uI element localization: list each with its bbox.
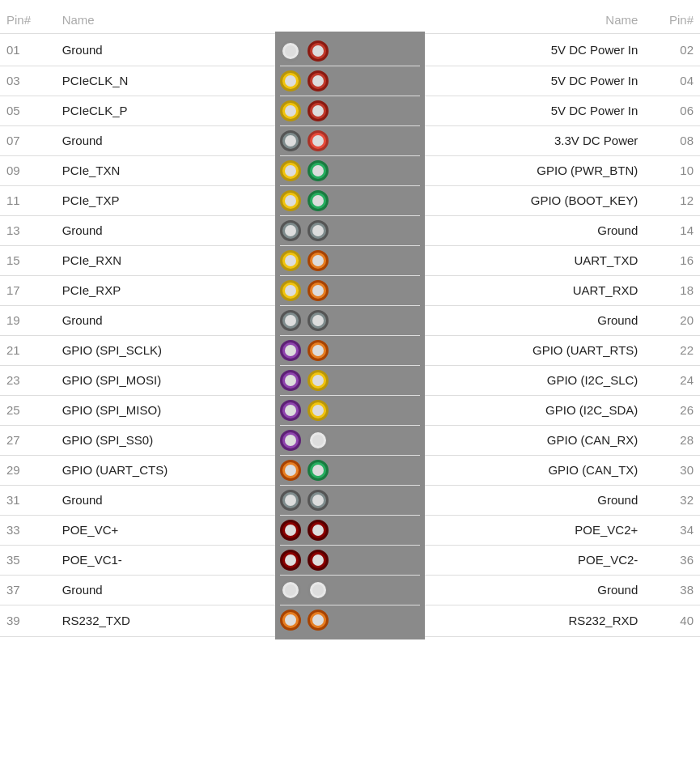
header-name-left: Name (56, 8, 278, 34)
pin-name-right: 5V DC Power In (422, 66, 645, 96)
pin-circle-right (308, 370, 329, 391)
connector-cell (278, 305, 422, 335)
pin-name-left: GPIO (SPI_SCLK) (56, 335, 278, 365)
pin-name-left: POE_VC1- (56, 545, 278, 575)
pin-number-right: 04 (644, 66, 700, 96)
pin-name-right: 3.3V DC Power (422, 125, 645, 155)
pin-name-left: GPIO (SPI_SS0) (56, 425, 278, 455)
pin-name-left: PCIe_RXN (56, 245, 278, 275)
pin-circle-right (308, 340, 329, 361)
table-row: 01Ground5V DC Power In02 (0, 34, 700, 66)
pin-number-left: 19 (0, 305, 56, 335)
pin-name-left: POE_VC+ (56, 515, 278, 545)
pin-name-left: PCIe_TXN (56, 155, 278, 185)
connector-cell (278, 215, 422, 245)
pin-number-right: 10 (644, 155, 700, 185)
table-row: 37GroundGround38 (0, 575, 700, 605)
pin-circle-right (308, 220, 329, 241)
pin-circle-left (280, 280, 301, 301)
table-row: 13GroundGround14 (0, 215, 700, 245)
pin-number-left: 11 (0, 185, 56, 215)
header-name-right: Name (422, 8, 645, 34)
connector-cell (278, 425, 422, 455)
pin-circle-left (280, 190, 301, 211)
main-container: Pin# Name Name Pin# 01Ground5V DC Power … (0, 0, 700, 648)
table-row: 19GroundGround20 (0, 305, 700, 335)
pin-number-right: 16 (644, 245, 700, 275)
table-row: 09PCIe_TXNGPIO (PWR_BTN)10 (0, 155, 700, 185)
pin-circle-right (308, 550, 329, 571)
pin-number-left: 29 (0, 455, 56, 485)
pin-number-left: 09 (0, 155, 56, 185)
table-row: 29GPIO (UART_CTS)GPIO (CAN_TX)30 (0, 455, 700, 485)
pin-number-left: 27 (0, 425, 56, 455)
table-row: 21GPIO (SPI_SCLK)GPIO (UART_RTS)22 (0, 335, 700, 365)
connector-cell (278, 275, 422, 305)
pin-name-right: GPIO (PWR_BTN) (422, 155, 645, 185)
pin-circle-right (308, 310, 329, 331)
pin-circle-right (308, 520, 329, 541)
header-row: Pin# Name Name Pin# (0, 8, 700, 34)
pin-circle-right (308, 430, 329, 451)
pin-number-left: 33 (0, 515, 56, 545)
pin-circle-left (280, 400, 301, 421)
pin-circle-right (308, 610, 329, 631)
pin-number-left: 03 (0, 66, 56, 96)
pin-name-left: PCIe_TXP (56, 185, 278, 215)
pin-name-left: PCIeCLK_N (56, 66, 278, 96)
pin-circle-right (308, 40, 329, 62)
pin-number-right: 38 (644, 575, 700, 605)
table-row: 15PCIe_RXNUART_TXD16 (0, 245, 700, 275)
pin-name-right: UART_RXD (422, 275, 645, 305)
pin-name-left: Ground (56, 215, 278, 245)
pin-number-left: 01 (0, 34, 56, 66)
connector-cell (278, 185, 422, 215)
table-row: 07Ground3.3V DC Power08 (0, 125, 700, 155)
pin-circle-right (308, 130, 329, 151)
pin-name-left: GPIO (SPI_MISO) (56, 395, 278, 425)
pin-circle-right (308, 250, 329, 271)
pin-number-left: 37 (0, 575, 56, 605)
pin-circle-left (280, 70, 301, 91)
pin-circle-left (280, 550, 301, 571)
pin-circle-left (280, 220, 301, 241)
pin-number-left: 21 (0, 335, 56, 365)
header-pin-right: Pin# (644, 8, 700, 34)
pin-circle-left (280, 40, 301, 62)
pin-circle-right (308, 400, 329, 421)
pin-name-left: Ground (56, 305, 278, 335)
pin-circle-left (280, 250, 301, 271)
pin-table: Pin# Name Name Pin# 01Ground5V DC Power … (0, 8, 700, 639)
pin-number-left: 23 (0, 365, 56, 395)
connector-cell (278, 515, 422, 545)
connector-cell (278, 395, 422, 425)
pin-circle-left (280, 580, 301, 601)
pin-circle-right (308, 70, 329, 91)
connector-cell (278, 335, 422, 365)
table-row: 23GPIO (SPI_MOSI)GPIO (I2C_SLC)24 (0, 365, 700, 395)
pin-number-right: 14 (644, 215, 700, 245)
header-connector (278, 8, 422, 34)
pin-number-left: 15 (0, 245, 56, 275)
pin-name-right: GPIO (I2C_SDA) (422, 395, 645, 425)
pin-number-right: 02 (644, 34, 700, 66)
connector-cell (278, 245, 422, 275)
pin-circle-left (280, 160, 301, 181)
pin-name-right: 5V DC Power In (422, 96, 645, 125)
table-row: 39RS232_TXDRS232_RXD40 (0, 605, 700, 637)
connector-cell (278, 575, 422, 605)
pin-name-right: GPIO (CAN_TX) (422, 455, 645, 485)
pin-name-left: PCIeCLK_P (56, 96, 278, 125)
table-row: 31GroundGround32 (0, 485, 700, 515)
connector-cell (278, 365, 422, 395)
connector-cell (278, 485, 422, 515)
pin-circle-right (308, 160, 329, 181)
pin-name-right: Ground (422, 305, 645, 335)
pin-name-left: Ground (56, 575, 278, 605)
pin-circle-left (280, 520, 301, 541)
pin-number-left: 35 (0, 545, 56, 575)
pin-name-right: Ground (422, 575, 645, 605)
connector-cell (278, 155, 422, 185)
pin-name-left: PCIe_RXP (56, 275, 278, 305)
pin-circle-right (308, 190, 329, 211)
